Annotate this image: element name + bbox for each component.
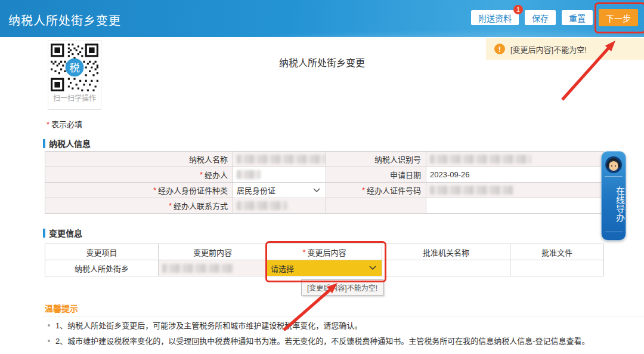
warning-icon: ! (494, 44, 505, 54)
reset-label: 重置 (569, 12, 586, 24)
taxpayer-info-table: 纳税人名称 纳税人识别号 *经办人 申请日期 2023-09-26 *经办人身份… (45, 151, 604, 214)
attach-count-badge: 1 (513, 5, 523, 14)
chevron-down-icon (369, 266, 376, 270)
tips-title: 温馨提示 (45, 302, 78, 314)
taxid-label: 纳税人识别号 (374, 153, 421, 165)
apply-date-label: 申请日期 (390, 169, 421, 180)
cert-type-label: 经办人身份证件种类 (158, 184, 228, 196)
save-button[interactable]: 保存 (525, 10, 556, 25)
app-window: 纳税人所处街乡变更 附送资料 1 保存 重置 下一步 ! [变更后内容]不能为空… (0, 0, 644, 354)
cert-type-label-cell: *经办人身份证件种类 (45, 183, 233, 198)
required-note: *表示必填 (47, 118, 82, 130)
col-header-before: 变更前内容 (159, 244, 267, 260)
required-star: * (362, 186, 365, 195)
redacted-agent-value (237, 170, 261, 179)
section-accent-bar (43, 229, 45, 238)
col-header-change-item: 变更项目 (45, 244, 159, 260)
empty-value-cell (426, 198, 604, 214)
bullet-dot (48, 340, 50, 342)
approve-org-cell (382, 260, 510, 276)
cert-no-label: 经办人证件号码 (367, 184, 421, 196)
change-item-cell: 纳税人所处街乡 (45, 260, 159, 276)
header-toolbar: 附送资料 1 保存 重置 下一步 (471, 9, 638, 26)
tip-text-1: 1、纳税人所处街乡变更后，可能涉及主管税务所和城市维护建设税税率变化，请您确认。 (55, 321, 362, 330)
col-header-approve-doc: 批准文件 (510, 244, 604, 260)
apply-date-value: 2023-09-26 (430, 170, 470, 179)
next-step-label: 下一步 (606, 12, 631, 24)
save-label: 保存 (532, 12, 549, 24)
after-change-select[interactable]: 请选择 (267, 260, 382, 276)
redacted-name-value (237, 155, 326, 164)
attach-materials-button[interactable]: 附送资料 1 (471, 10, 519, 25)
redacted-before-value (162, 264, 234, 273)
agent-value-cell (233, 167, 326, 183)
empty-label-cell (326, 198, 426, 214)
reset-button[interactable]: 重置 (562, 10, 593, 25)
contact-label: 经办人联系方式 (174, 200, 228, 211)
col-header-after: *变更后内容 (267, 244, 382, 260)
online-assistant-label: 在线导办 (602, 179, 626, 229)
required-star: * (153, 186, 156, 195)
online-assistant-widget[interactable]: 在线导办 (601, 151, 626, 241)
after-header-label: 变更后内容 (308, 247, 346, 258)
widget-divider (605, 176, 623, 177)
customer-service-avatar-icon (605, 156, 623, 174)
change-info-title: 变更信息 (49, 227, 82, 239)
field-error-tooltip: [变更后内容]不能为空! (301, 279, 383, 295)
cert-type-select[interactable]: 居民身份证 (233, 183, 326, 198)
required-star: * (302, 248, 305, 257)
required-star: * (200, 170, 203, 179)
tip-item: 1、纳税人所处街乡变更后，可能涉及主管税务所和城市维护建设税税率变化，请您确认。 (48, 321, 590, 331)
taxpayer-info-title: 纳税人信息 (49, 137, 91, 149)
redacted-cert-no-value (430, 186, 513, 195)
qr-code-panel: 税 扫一扫学操作 (48, 41, 101, 110)
required-star: * (47, 120, 49, 129)
qr-caption: 扫一扫学操作 (48, 93, 101, 103)
cert-no-value-cell (426, 183, 604, 198)
bullet-dot (48, 324, 50, 327)
after-change-placeholder: 请选择 (271, 263, 294, 274)
header-title: 纳税人所处街乡变更 (8, 11, 121, 29)
contact-label-cell: *经办人联系方式 (45, 198, 233, 214)
attach-materials-label: 附送资料 (478, 12, 512, 24)
name-value-cell (233, 152, 326, 167)
redacted-taxid-value (430, 155, 531, 164)
tips-divider (42, 316, 644, 316)
tips-list: 1、纳税人所处街乡变更后，可能涉及主管税务所和城市维护建设税税率变化，请您确认。… (48, 321, 590, 352)
next-step-button[interactable]: 下一步 (599, 9, 638, 26)
chevron-down-icon (313, 188, 320, 193)
required-star: * (169, 201, 172, 210)
agent-label: 经办人 (205, 169, 228, 180)
apply-date-value-cell: 2023-09-26 (426, 167, 604, 183)
tip-text-2: 2、城市维护建设税税率变化的，以受理回执中税费种通知书为准。若无变化的，不反馈税… (55, 337, 590, 346)
redacted-contact-value (237, 201, 287, 210)
approve-doc-cell (510, 260, 604, 276)
widget-divider (605, 232, 623, 232)
taxid-label-cell: 纳税人识别号 (326, 152, 426, 167)
form-title: 纳税人所处街乡变更 (0, 55, 644, 69)
before-change-cell (159, 260, 267, 276)
change-info-table: 变更项目 变更前内容 *变更后内容 批准机关名称 批准文件 纳税人所处街乡 请选… (45, 244, 604, 276)
contact-value-cell (233, 198, 326, 214)
col-header-approve-org: 批准机关名称 (382, 244, 510, 260)
cert-no-label-cell: *经办人证件号码 (326, 183, 426, 198)
required-note-text: 表示必填 (51, 120, 82, 129)
cert-type-value: 居民身份证 (237, 184, 275, 196)
name-label: 纳税人名称 (189, 153, 228, 165)
section-accent-bar (43, 139, 45, 148)
apply-date-label-cell: 申请日期 (326, 167, 426, 183)
change-info-section-head: 变更信息 (43, 227, 82, 239)
agent-label-cell: *经办人 (45, 167, 233, 183)
page-header: 纳税人所处街乡变更 附送资料 1 保存 重置 下一步 (0, 0, 644, 37)
name-label-cell: 纳税人名称 (45, 152, 233, 167)
taxid-value-cell (426, 152, 604, 167)
tip-item: 2、城市维护建设税税率变化的，以受理回执中税费种通知书为准。若无变化的，不反馈税… (48, 336, 590, 346)
validation-alert-text: [变更后内容]不能为空! (510, 44, 587, 55)
taxpayer-info-section-head: 纳税人信息 (43, 137, 91, 149)
